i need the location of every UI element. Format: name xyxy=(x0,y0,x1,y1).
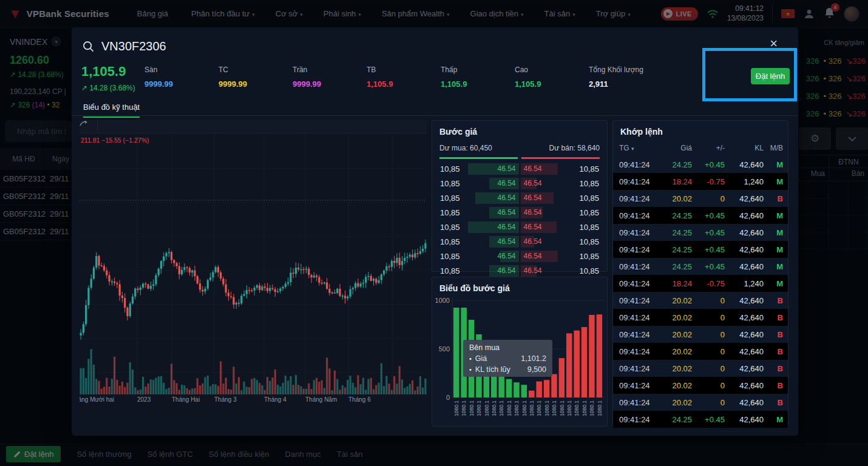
trade-row: 09:41:24 20.02 0 42,640 B xyxy=(613,326,788,343)
svg-text:1080.1: 1080.1 xyxy=(544,400,550,416)
place-order-button[interactable]: Đặt lệnh xyxy=(751,68,790,84)
svg-text:1080.1: 1080.1 xyxy=(484,400,490,416)
page-root: ▼ VPBank Securities Bảng giá Phân tích đ… xyxy=(0,0,868,466)
trade-row: 09:41:24 20.02 0 42,640 B xyxy=(613,190,788,207)
trade-row: 09:41:24 24.25 +0.45 42,640 M xyxy=(613,207,788,224)
trade-row: 09:41:24 24.25 +0.45 42,640 M xyxy=(613,241,788,258)
stat: TC 9999.99 xyxy=(219,66,293,89)
chart-price-label: 211.81 −15.55 (−1.27%) xyxy=(81,137,149,144)
search-icon xyxy=(83,41,94,52)
svg-text:1080.1: 1080.1 xyxy=(581,400,588,416)
stat: Tổng Khối lượng 2,911 xyxy=(589,66,680,89)
trade-tape-header: TG ▾ Giá +/- KL M/B xyxy=(613,137,788,156)
candlestick-chart[interactable]: Tháng Mười hai2023Tháng HaiTháng 3Tháng … xyxy=(80,120,427,419)
symbol-title: VN30F2306 xyxy=(101,39,166,53)
depth-chart-panel: Biểu đồ bước giá 100050001080.11080.1108… xyxy=(432,277,608,427)
chart-toolbar xyxy=(80,120,427,133)
stat: Cao 1,105.9 xyxy=(515,66,589,89)
order-book-row[interactable]: 10,85 46.54 46.54 10,85 xyxy=(438,234,601,249)
trade-row: 09:41:24 24.25 +0.45 42,640 M xyxy=(613,224,788,241)
order-book-row[interactable]: 10,85 46.54 46.54 10,85 xyxy=(438,263,601,278)
svg-text:2023: 2023 xyxy=(137,396,151,403)
svg-text:1080.1: 1080.1 xyxy=(551,400,557,416)
svg-text:1080.1: 1080.1 xyxy=(469,400,475,416)
svg-text:Tháng Năm: Tháng Năm xyxy=(305,396,337,403)
stat: Sàn 9999.99 xyxy=(144,66,219,89)
svg-text:1080.1: 1080.1 xyxy=(589,400,595,416)
svg-text:Tháng 3: Tháng 3 xyxy=(214,396,237,403)
stat: Thấp 1,105.9 xyxy=(441,66,515,89)
trade-row: 09:41:24 20.02 0 42,640 B xyxy=(613,343,788,360)
order-book-totals: Dư mua: 60,450 Dư bán: 58,640 xyxy=(432,137,607,152)
trade-row: 09:41:24 20.02 0 42,640 B xyxy=(613,292,788,309)
order-book-row[interactable]: 10,85 46.54 46.54 10,85 xyxy=(438,220,601,234)
order-book-row[interactable]: 10,85 46.54 46.54 10,85 xyxy=(438,161,601,176)
modal-header: VN30F2306 xyxy=(83,39,166,53)
stats-row: Sàn 9999.99 TC 9999.99 Trần 9999.99 TB 1… xyxy=(144,66,686,89)
svg-text:1080.1: 1080.1 xyxy=(574,400,580,416)
trade-row: 09:41:24 18.24 -0.75 1,240 M xyxy=(613,275,788,292)
trade-row: 09:41:24 20.02 0 42,640 B xyxy=(613,360,788,377)
trade-row: 09:41:24 24.25 +0.45 42,640 M xyxy=(613,156,788,173)
svg-text:1080.1: 1080.1 xyxy=(521,400,527,416)
svg-text:1080.1: 1080.1 xyxy=(566,400,572,416)
close-icon[interactable]: × xyxy=(770,37,778,50)
svg-text:1080.1: 1080.1 xyxy=(498,400,504,416)
svg-text:1080.1: 1080.1 xyxy=(453,400,459,416)
trade-row: 09:41:24 24.25 +0.45 42,640 M xyxy=(613,258,788,275)
svg-text:1080.1: 1080.1 xyxy=(514,400,520,416)
svg-text:1080.1: 1080.1 xyxy=(559,400,565,416)
stat: Trần 9999.99 xyxy=(293,66,367,89)
svg-text:1080.1: 1080.1 xyxy=(597,400,603,416)
curved-arrow-icon xyxy=(80,120,88,127)
svg-text:1080.1: 1080.1 xyxy=(491,400,497,416)
svg-text:1080.1: 1080.1 xyxy=(461,400,467,416)
sort-caret-icon: ▾ xyxy=(631,146,634,152)
price-block: 1,105.9 ↗ 14.28 (3.68%) xyxy=(81,64,135,92)
trade-row: 09:41:24 20.02 0 42,640 B xyxy=(613,309,788,326)
svg-text:1080.1: 1080.1 xyxy=(476,400,482,416)
tab-divider xyxy=(72,115,798,116)
candlestick-svg: Tháng Mười hai2023Tháng HaiTháng 3Tháng … xyxy=(80,120,427,419)
col-tg-sort[interactable]: TG ▾ xyxy=(619,144,658,152)
trade-row: 09:41:24 20.02 0 42,640 B xyxy=(613,377,788,394)
svg-text:Tháng 4: Tháng 4 xyxy=(264,396,287,403)
du-ban-total: Dư bán: 58,640 xyxy=(549,144,600,152)
trade-row: 09:41:24 20.02 0 42,640 B xyxy=(613,394,788,411)
svg-text:Tháng 6: Tháng 6 xyxy=(348,396,371,403)
svg-text:0: 0 xyxy=(446,394,450,401)
du-mua-total: Dư mua: 60,450 xyxy=(439,144,492,152)
chart-pan-button[interactable] xyxy=(80,120,98,133)
order-book-row[interactable]: 10,85 46.54 46.54 10,85 xyxy=(438,205,601,220)
svg-text:1080.1: 1080.1 xyxy=(536,400,542,416)
svg-text:1080.1: 1080.1 xyxy=(529,400,535,416)
svg-text:500: 500 xyxy=(439,345,450,353)
order-book-row[interactable]: 10,85 46.54 46.54 10,85 xyxy=(438,191,601,205)
depth-chart-title: Biểu đồ bước giá xyxy=(432,277,607,293)
price-change: ↗ 14.28 (3.68%) xyxy=(81,84,135,92)
trade-tape-panel: Khớp lệnh TG ▾ Giá +/- KL M/B 09:41:24 2… xyxy=(612,120,788,427)
order-book-divider xyxy=(432,152,607,159)
svg-text:Tháng Hai: Tháng Hai xyxy=(172,396,200,403)
trade-tape-title: Khớp lệnh xyxy=(613,121,788,137)
order-book-row[interactable]: 10,85 46.54 46.54 10,85 xyxy=(438,249,601,263)
svg-text:1080.1: 1080.1 xyxy=(506,400,512,416)
last-price: 1,105.9 xyxy=(81,64,135,79)
order-book-row[interactable]: 10,85 46.54 46.54 10,85 xyxy=(438,176,601,191)
trade-row: 09:41:24 18.24 -0.75 1,240 M xyxy=(613,173,788,190)
order-book-title: Bước giá xyxy=(432,121,607,137)
trade-row: 09:41:24 24.25 +0.45 42,640 M xyxy=(613,411,788,428)
depth-tooltip: Bên mua •Giá1,101.2 •KL tích lũy9,500 xyxy=(463,340,552,377)
svg-text:Tháng Mười hai: Tháng Mười hai xyxy=(80,396,114,403)
stat: TB 1,105.9 xyxy=(367,66,441,89)
svg-text:1000: 1000 xyxy=(435,297,450,304)
symbol-detail-modal: VN30F2306 × 1,105.9 ↗ 14.28 (3.68%) Sàn … xyxy=(72,27,798,436)
order-book-panel: Bước giá Dư mua: 60,450 Dư bán: 58,640 1… xyxy=(432,120,608,272)
